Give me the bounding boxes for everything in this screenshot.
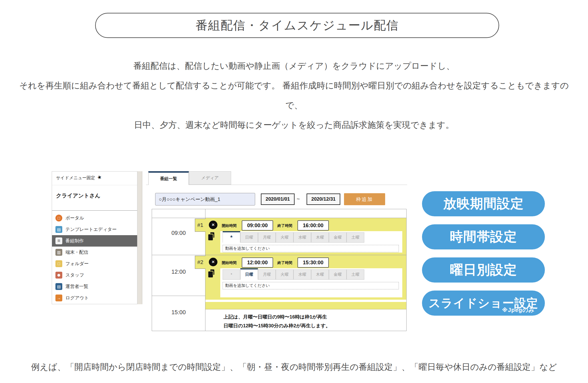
sidebar-item-label: 端末・配信 [65, 249, 88, 255]
app-screenshot: サイドメニュー固定 ★ クライアントさん □ ポータル ▤ テンプレートエディタ… [52, 171, 407, 332]
tab-program-list[interactable]: 番組一覧 [148, 171, 189, 185]
schedule-note: 上記は、月曜〜日曜日の9時〜16時は枠1が再生 日曜日の12時〜15時30分のみ… [223, 313, 331, 330]
yellow-strip [205, 302, 406, 309]
copy-icon[interactable] [208, 269, 216, 277]
end-time-input[interactable]: 15:30:00 [297, 257, 329, 268]
day-panel: * 日曜 月曜 火曜 水曜 木曜 金曜 土曜 動画を追加してください [220, 231, 402, 253]
schedule-block-2: #2 × 開始時間 12:00:00 終了時間 15:30:00 * 日曜 [205, 255, 406, 300]
filmstrip-icon: ≡ [55, 237, 62, 244]
sidebar-item-staff[interactable]: ☻ スタッフ [52, 269, 137, 281]
day-tab-friday[interactable]: 金曜 [329, 269, 347, 280]
client-name: クライアントさん [52, 185, 137, 206]
sidebar-item-label: ログアウト [65, 295, 89, 301]
day-tab-saturday[interactable]: 土曜 [347, 269, 364, 280]
remove-block-icon[interactable]: × [209, 221, 217, 229]
day-tab-tuesday[interactable]: 火曜 [276, 269, 293, 280]
day-tab-monday[interactable]: 月曜 [258, 269, 276, 280]
day-tab-wednesday[interactable]: 水曜 [293, 232, 311, 243]
badge-slideshow: スライドショー設定 ※Jpegのみ [422, 291, 545, 316]
sidebar: サイドメニュー固定 ★ クライアントさん □ ポータル ▤ テンプレートエディタ… [52, 171, 137, 304]
operators-icon: ▤ [55, 283, 62, 290]
schedule-grid: 09:00 12:00 15:00 #1 × 開始時間 09:00:00 終了時… [152, 209, 407, 331]
portal-icon: □ [55, 215, 62, 221]
page-title: 番組配信・タイムスケジュール配信 [195, 17, 399, 33]
sidebar-item-label: テンプレートエディター [65, 227, 117, 233]
day-tab-all[interactable]: * [223, 231, 240, 243]
end-time-label: 終了時間 [277, 260, 292, 265]
day-tab-thursday[interactable]: 木曜 [311, 232, 329, 243]
sidebar-item-logout[interactable]: → ログアウト [52, 292, 137, 304]
sidebar-pin-label: サイドメニュー固定 [56, 175, 95, 181]
sidebar-item-portal[interactable]: □ ポータル [52, 212, 137, 224]
schedule-note-line: 上記は、月曜〜日曜日の9時〜16時は枠1が再生 [223, 313, 331, 321]
copy-icon[interactable] [208, 232, 216, 240]
add-slot-button[interactable]: 枠追加 [344, 193, 385, 205]
date-range-separator: ~ [297, 196, 300, 202]
block-tag: #1 [195, 219, 205, 232]
sidebar-item-device-distribution[interactable]: ▥ 端末・配信 [52, 247, 137, 258]
sidebar-menu: □ ポータル ▤ テンプレートエディター ≡ 番組制作 ▥ 端末・配信 □ [52, 211, 137, 304]
start-time-input[interactable]: 12:00:00 [242, 257, 273, 268]
day-tab-thursday[interactable]: 木曜 [311, 269, 329, 280]
template-editor-icon: ▤ [55, 226, 62, 233]
sidebar-item-template-editor[interactable]: ▤ テンプレートエディター [52, 224, 137, 235]
program-name-input[interactable] [155, 193, 255, 205]
sidebar-item-label: 番組制作 [65, 238, 84, 244]
video-drop-area[interactable]: 動画を追加してください [223, 245, 399, 252]
day-tab-saturday[interactable]: 土曜 [347, 232, 364, 243]
tab-media[interactable]: メディア [189, 171, 231, 185]
end-date-input[interactable] [307, 193, 340, 205]
footer-examples-text: 例えば、「開店時間から閉店時間までの時間設定」、「朝・昼・夜の時間帯別再生の番組… [0, 361, 588, 373]
start-time-input[interactable]: 09:00:00 [242, 220, 273, 231]
sidebar-item-folder[interactable]: □ フォルダー [52, 258, 137, 269]
copy-icon-front-page [208, 234, 213, 240]
intro-line: 日中、夕方、週末など時間毎にターゲットを絞った商品訴求施策を実現できます。 [0, 115, 588, 135]
day-tab-sunday[interactable]: 日曜 [240, 268, 258, 280]
sidebar-item-label: 運営者一覧 [65, 284, 88, 290]
sidebar-item-operators[interactable]: ▤ 運営者一覧 [52, 281, 137, 292]
schedule-note-line: 日曜日の12時〜15時30分のみ枠2が再生します。 [223, 321, 331, 330]
device-icon: ▥ [55, 249, 62, 256]
end-time-label: 終了時間 [277, 223, 292, 228]
sidebar-scrollbar[interactable] [137, 171, 142, 304]
sidebar-item-label: ポータル [65, 215, 84, 221]
start-time-label: 開始時間 [222, 223, 237, 228]
staff-icon: ☻ [55, 272, 62, 279]
day-tab-strip: * 日曜 月曜 火曜 水曜 木曜 金曜 土曜 [220, 268, 402, 280]
folder-icon: □ [55, 260, 62, 267]
logout-icon: → [55, 295, 62, 301]
badge-day-of-week: 曜日別設定 [422, 257, 545, 283]
day-tab-wednesday[interactable]: 水曜 [293, 269, 311, 280]
day-tab-friday[interactable]: 金曜 [329, 232, 347, 243]
intro-line: で、 [0, 95, 588, 115]
sidebar-item-label: フォルダー [65, 261, 89, 267]
sidebar-pin-toggle[interactable]: サイドメニュー固定 ★ [52, 172, 137, 185]
start-date-input[interactable] [261, 193, 295, 205]
badge-time-slot: 時間帯設定 [422, 224, 545, 249]
pushpin-icon: ★ [97, 175, 102, 180]
intro-paragraph: 番組配信は、配信したい動画や静止画（メディア）をクラウドにアップロードし、 それ… [0, 56, 588, 135]
sidebar-item-label: スタッフ [65, 272, 84, 278]
page-title-pill: 番組配信・タイムスケジュール配信 [95, 13, 499, 38]
time-label: 15:00 [152, 309, 205, 316]
sidebar-item-program-production[interactable]: ≡ 番組制作 [52, 235, 137, 247]
intro-line: 番組配信は、配信したい動画や静止画（メディア）をクラウドにアップロードし、 [0, 56, 588, 76]
intro-line: それを再生順に組み合わせて番組として配信することが可能です。 番組作成時に時間別… [0, 76, 588, 95]
badge-broadcast-period: 放映期間設定 [422, 191, 545, 216]
day-panel: * 日曜 月曜 火曜 水曜 木曜 金曜 土曜 動画を追加してください [220, 268, 402, 297]
schedule-block-1: #1 × 開始時間 09:00:00 終了時間 16:00:00 * 日曜 [205, 218, 406, 255]
start-time-label: 開始時間 [222, 260, 237, 265]
remove-block-icon[interactable]: × [209, 258, 217, 266]
time-label: 12:00 [152, 269, 205, 275]
badge-slideshow-note: ※Jpegのみ [502, 306, 535, 314]
main-panel: 番組一覧 メディア ~ 枠追加 09:00 12:00 15:00 #1 × 開… [146, 171, 407, 332]
video-drop-area[interactable]: 動画を追加してください [223, 282, 399, 289]
day-tab-monday[interactable]: 月曜 [258, 232, 276, 243]
copy-icon-front-page [208, 271, 213, 277]
day-tab-tuesday[interactable]: 火曜 [276, 232, 293, 243]
block-tag: #2 [195, 256, 205, 269]
end-time-input[interactable]: 16:00:00 [297, 220, 329, 231]
day-tab-sunday[interactable]: 日曜 [240, 232, 258, 243]
day-tab-strip: * 日曜 月曜 火曜 水曜 木曜 金曜 土曜 [220, 231, 402, 243]
day-tab-all[interactable]: * [223, 269, 240, 280]
